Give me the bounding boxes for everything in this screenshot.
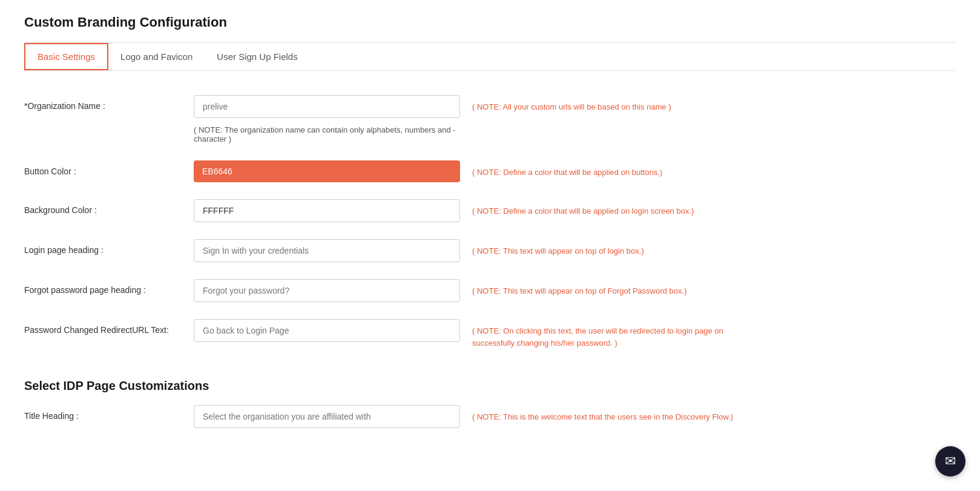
- tab-bar: Basic Settings Logo and Favicon User Sig…: [24, 43, 956, 71]
- org-name-sub-note: ( NOTE: The organization name can contai…: [194, 125, 460, 143]
- chat-button[interactable]: ✉: [935, 446, 965, 476]
- org-name-row: *Organization Name : ( NOTE: The organiz…: [24, 95, 956, 143]
- forgot-password-heading-note: ( NOTE: This text will appear on top of …: [472, 279, 687, 297]
- forgot-password-heading-label: Forgot password page heading :: [24, 279, 182, 295]
- tab-logo-favicon[interactable]: Logo and Favicon: [108, 43, 205, 70]
- redirect-url-text-label: Password Changed RedirectURL Text:: [24, 319, 182, 335]
- org-name-input[interactable]: [194, 95, 460, 118]
- idp-title-heading-label: Title Heading :: [24, 405, 182, 421]
- idp-title-heading-note: ( NOTE: This is the welcome text that th…: [472, 405, 733, 423]
- forgot-password-heading-input[interactable]: [194, 279, 460, 302]
- login-heading-label: Login page heading :: [24, 239, 182, 255]
- redirect-url-text-row: Password Changed RedirectURL Text: ( NOT…: [24, 319, 956, 349]
- login-heading-row: Login page heading : ( NOTE: This text w…: [24, 239, 956, 262]
- login-heading-input[interactable]: [194, 239, 460, 262]
- chat-icon: ✉: [945, 453, 956, 469]
- login-heading-note: ( NOTE: This text will appear on top of …: [472, 239, 644, 257]
- idp-title-heading-input-area: [194, 405, 460, 428]
- background-color-input-area: FFFFFF: [194, 199, 460, 222]
- idp-section: Select IDP Page Customizations Title Hea…: [24, 379, 956, 428]
- idp-title-heading-input[interactable]: [194, 405, 460, 428]
- redirect-url-text-input[interactable]: [194, 319, 460, 342]
- background-color-label: Background Color :: [24, 199, 182, 215]
- button-color-label: Button Color :: [24, 160, 182, 176]
- tab-basic-settings[interactable]: Basic Settings: [24, 43, 108, 70]
- button-color-swatch[interactable]: EB6646: [194, 160, 460, 182]
- form-section: *Organization Name : ( NOTE: The organiz…: [24, 89, 956, 355]
- redirect-url-text-note: ( NOTE: On clicking this text, the user …: [472, 319, 751, 349]
- org-name-input-area: ( NOTE: The organization name can contai…: [194, 95, 460, 143]
- redirect-url-text-input-area: [194, 319, 460, 342]
- org-name-label: *Organization Name :: [24, 95, 182, 111]
- page-title: Custom Branding Configuration: [24, 15, 956, 30]
- login-heading-input-area: [194, 239, 460, 262]
- background-color-row: Background Color : FFFFFF ( NOTE: Define…: [24, 199, 956, 222]
- page-container: Custom Branding Configuration Basic Sett…: [0, 0, 980, 491]
- forgot-password-heading-row: Forgot password page heading : ( NOTE: T…: [24, 279, 956, 302]
- button-color-note: ( NOTE: Define a color that will be appl…: [472, 160, 662, 179]
- org-name-note: ( NOTE: All your custom urls will be bas…: [472, 95, 671, 113]
- tab-user-signup[interactable]: User Sign Up Fields: [205, 43, 309, 70]
- background-color-swatch[interactable]: FFFFFF: [194, 199, 460, 222]
- idp-title-heading-row: Title Heading : ( NOTE: This is the welc…: [24, 405, 956, 428]
- button-color-input-area: EB6646: [194, 160, 460, 182]
- forgot-password-heading-input-area: [194, 279, 460, 302]
- idp-section-title: Select IDP Page Customizations: [24, 379, 956, 393]
- button-color-row: Button Color : EB6646 ( NOTE: Define a c…: [24, 160, 956, 182]
- background-color-note: ( NOTE: Define a color that will be appl…: [472, 199, 694, 217]
